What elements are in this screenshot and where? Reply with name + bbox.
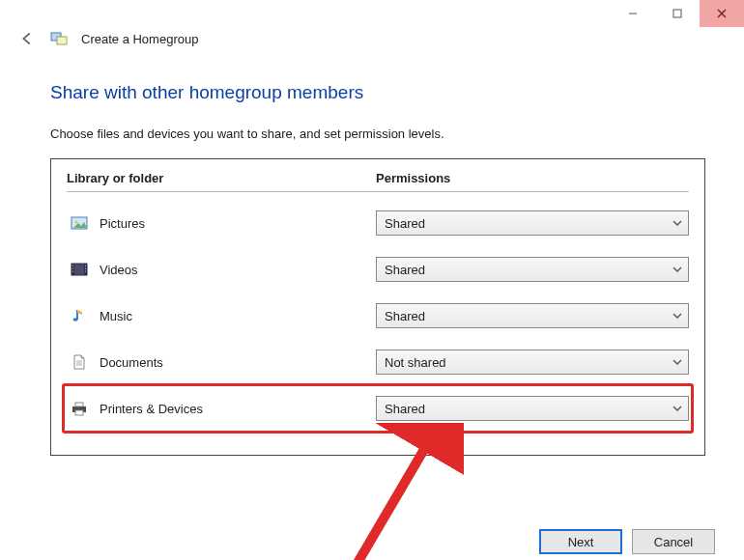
- row-videos-label: Videos: [100, 263, 138, 277]
- row-music-permission[interactable]: Shared: [376, 303, 689, 328]
- row-music-permission-value: Shared: [385, 309, 425, 323]
- chevron-down-icon: [672, 309, 682, 323]
- printer-icon: [71, 400, 88, 417]
- videos-icon: [71, 261, 88, 278]
- row-music-label: Music: [100, 309, 132, 323]
- maximize-button[interactable]: [655, 0, 700, 27]
- col-library: Library or folder: [67, 171, 376, 185]
- homegroup-icon: [50, 30, 68, 47]
- wizard-title: Create a Homegroup: [81, 32, 198, 46]
- row-pictures: Pictures Shared: [67, 200, 689, 246]
- wizard-header: Create a Homegroup: [17, 29, 198, 48]
- documents-icon: [71, 353, 88, 371]
- row-pictures-permission[interactable]: Shared: [376, 210, 689, 236]
- svg-rect-1: [673, 10, 681, 17]
- svg-rect-23: [75, 410, 83, 415]
- row-videos-permission[interactable]: Shared: [376, 257, 689, 282]
- row-videos: Videos Shared: [67, 246, 689, 293]
- row-documents-permission[interactable]: Not shared: [376, 350, 689, 375]
- svg-rect-5: [57, 37, 67, 44]
- row-videos-permission-value: Shared: [385, 263, 425, 277]
- svg-point-16: [85, 270, 86, 271]
- chevron-down-icon: [672, 402, 682, 416]
- row-documents: Documents Not shared: [67, 339, 689, 385]
- main-content: Share with other homegroup members Choos…: [50, 82, 705, 456]
- page-heading: Share with other homegroup members: [50, 82, 705, 103]
- row-music: Music Shared: [67, 293, 689, 339]
- row-printers-permission-value: Shared: [385, 402, 425, 416]
- close-button[interactable]: [700, 0, 744, 27]
- share-rows: Pictures Shared Videos: [67, 200, 689, 432]
- row-documents-permission-value: Not shared: [385, 355, 446, 370]
- svg-point-14: [85, 265, 86, 266]
- wizard-footer: Next Cancel: [539, 529, 715, 554]
- row-printers-label: Printers & Devices: [100, 402, 203, 416]
- svg-point-15: [85, 267, 86, 268]
- row-documents-label: Documents: [100, 355, 163, 370]
- next-button[interactable]: Next: [539, 529, 622, 554]
- svg-point-17: [73, 318, 78, 322]
- row-printers: Printers & Devices Shared: [67, 385, 689, 432]
- svg-rect-22: [75, 403, 83, 406]
- row-printers-permission[interactable]: Shared: [376, 396, 689, 421]
- music-icon: [71, 307, 88, 324]
- window-chrome: [611, 0, 744, 27]
- instruction-text: Choose files and devices you want to sha…: [50, 126, 705, 141]
- svg-point-7: [75, 221, 78, 224]
- back-button[interactable]: [17, 29, 37, 48]
- svg-point-11: [72, 265, 73, 266]
- cancel-button[interactable]: Cancel: [632, 529, 715, 554]
- chevron-down-icon: [672, 216, 682, 231]
- row-pictures-label: Pictures: [100, 216, 145, 231]
- row-pictures-permission-value: Shared: [385, 216, 425, 231]
- svg-point-12: [72, 267, 73, 268]
- svg-point-13: [72, 270, 73, 271]
- pictures-icon: [71, 214, 88, 232]
- chevron-down-icon: [672, 263, 682, 277]
- share-panel: Library or folder Permissions Pictures S…: [50, 158, 705, 456]
- minimize-button[interactable]: [611, 0, 655, 27]
- col-permissions: Permissions: [376, 171, 689, 185]
- column-headers: Library or folder Permissions: [67, 171, 689, 192]
- chevron-down-icon: [672, 355, 682, 370]
